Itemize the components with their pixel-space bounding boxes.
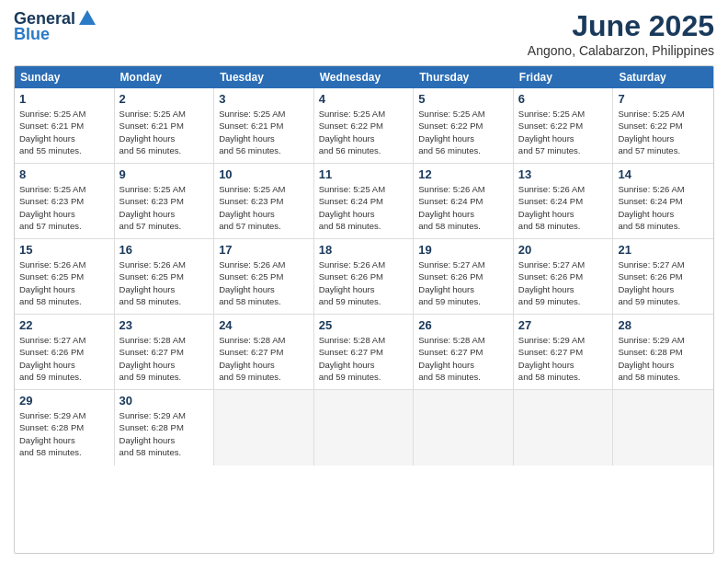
calendar-header: Sunday Monday Tuesday Wednesday Thursday… bbox=[15, 66, 713, 88]
day-10: 10Sunrise: 5:25 AMSunset: 6:23 PMDayligh… bbox=[214, 164, 314, 238]
day-number: 30 bbox=[119, 394, 210, 408]
empty-cell bbox=[214, 390, 314, 465]
header-wednesday: Wednesday bbox=[314, 66, 415, 88]
logo-icon bbox=[77, 8, 97, 29]
week-1: 1Sunrise: 5:25 AMSunset: 6:21 PMDaylight… bbox=[15, 88, 713, 164]
day-info: Sunrise: 5:27 AMSunset: 6:26 PMDaylight … bbox=[618, 259, 709, 307]
day-number: 6 bbox=[518, 92, 609, 106]
day-30: 30Sunrise: 5:29 AMSunset: 6:28 PMDayligh… bbox=[115, 390, 215, 465]
header-sunday: Sunday bbox=[15, 66, 115, 88]
day-info: Sunrise: 5:29 AMSunset: 6:28 PMDaylight … bbox=[119, 409, 210, 458]
day-info: Sunrise: 5:29 AMSunset: 6:28 PMDaylight … bbox=[618, 334, 709, 383]
day-number: 16 bbox=[119, 243, 210, 257]
subtitle: Angono, Calabarzon, Philippines bbox=[528, 43, 714, 58]
day-info: Sunrise: 5:25 AMSunset: 6:22 PMDaylight … bbox=[319, 108, 409, 156]
day-number: 22 bbox=[19, 318, 109, 332]
day-number: 8 bbox=[19, 167, 109, 181]
day-9: 9Sunrise: 5:25 AMSunset: 6:23 PMDaylight… bbox=[115, 164, 215, 238]
day-info: Sunrise: 5:25 AMSunset: 6:21 PMDaylight … bbox=[219, 108, 309, 156]
day-info: Sunrise: 5:25 AMSunset: 6:22 PMDaylight … bbox=[418, 108, 508, 156]
day-info: Sunrise: 5:26 AMSunset: 6:24 PMDaylight … bbox=[518, 183, 609, 232]
empty-cell bbox=[314, 390, 415, 465]
day-12: 12Sunrise: 5:26 AMSunset: 6:24 PMDayligh… bbox=[414, 164, 514, 238]
day-16: 16Sunrise: 5:26 AMSunset: 6:25 PMDayligh… bbox=[115, 239, 215, 314]
week-4: 22Sunrise: 5:27 AMSunset: 6:26 PMDayligh… bbox=[15, 315, 713, 390]
day-number: 15 bbox=[19, 243, 109, 257]
day-1: 1Sunrise: 5:25 AMSunset: 6:21 PMDaylight… bbox=[15, 88, 115, 163]
week-2: 8Sunrise: 5:25 AMSunset: 6:23 PMDaylight… bbox=[15, 164, 713, 239]
day-22: 22Sunrise: 5:27 AMSunset: 6:26 PMDayligh… bbox=[15, 315, 115, 389]
day-number: 10 bbox=[219, 167, 309, 181]
header-friday: Friday bbox=[514, 66, 614, 88]
day-info: Sunrise: 5:27 AMSunset: 6:26 PMDaylight … bbox=[518, 259, 609, 307]
page: General Blue June 2025 Angono, Calabarzo… bbox=[0, 0, 728, 563]
calendar-body: 1Sunrise: 5:25 AMSunset: 6:21 PMDaylight… bbox=[15, 88, 713, 465]
day-number: 29 bbox=[19, 394, 109, 408]
day-number: 3 bbox=[219, 92, 309, 106]
day-info: Sunrise: 5:25 AMSunset: 6:23 PMDaylight … bbox=[219, 183, 309, 232]
day-info: Sunrise: 5:25 AMSunset: 6:21 PMDaylight … bbox=[19, 108, 109, 156]
logo: General Blue bbox=[14, 9, 97, 44]
day-number: 18 bbox=[319, 243, 409, 257]
day-number: 20 bbox=[518, 243, 609, 257]
empty-cell bbox=[414, 390, 514, 465]
day-number: 1 bbox=[19, 92, 109, 106]
header-monday: Monday bbox=[115, 66, 215, 88]
day-info: Sunrise: 5:25 AMSunset: 6:24 PMDaylight … bbox=[319, 183, 409, 232]
day-24: 24Sunrise: 5:28 AMSunset: 6:27 PMDayligh… bbox=[214, 315, 314, 389]
day-25: 25Sunrise: 5:28 AMSunset: 6:27 PMDayligh… bbox=[314, 315, 415, 389]
week-5: 29Sunrise: 5:29 AMSunset: 6:28 PMDayligh… bbox=[15, 390, 713, 465]
day-7: 7Sunrise: 5:25 AMSunset: 6:22 PMDaylight… bbox=[613, 88, 713, 163]
day-info: Sunrise: 5:29 AMSunset: 6:28 PMDaylight … bbox=[19, 409, 109, 458]
day-info: Sunrise: 5:28 AMSunset: 6:27 PMDaylight … bbox=[418, 334, 508, 383]
day-4: 4Sunrise: 5:25 AMSunset: 6:22 PMDaylight… bbox=[314, 88, 415, 163]
day-23: 23Sunrise: 5:28 AMSunset: 6:27 PMDayligh… bbox=[115, 315, 215, 389]
day-21: 21Sunrise: 5:27 AMSunset: 6:26 PMDayligh… bbox=[613, 239, 713, 314]
header-tuesday: Tuesday bbox=[214, 66, 314, 88]
day-info: Sunrise: 5:25 AMSunset: 6:23 PMDaylight … bbox=[19, 183, 109, 232]
week-3: 15Sunrise: 5:26 AMSunset: 6:25 PMDayligh… bbox=[15, 239, 713, 315]
day-number: 28 bbox=[618, 318, 709, 332]
title-section: June 2025 Angono, Calabarzon, Philippine… bbox=[528, 9, 714, 58]
day-number: 12 bbox=[418, 167, 508, 181]
day-5: 5Sunrise: 5:25 AMSunset: 6:22 PMDaylight… bbox=[414, 88, 514, 163]
day-info: Sunrise: 5:25 AMSunset: 6:22 PMDaylight … bbox=[618, 108, 709, 156]
day-20: 20Sunrise: 5:27 AMSunset: 6:26 PMDayligh… bbox=[514, 239, 614, 314]
day-info: Sunrise: 5:25 AMSunset: 6:21 PMDaylight … bbox=[119, 108, 210, 156]
day-19: 19Sunrise: 5:27 AMSunset: 6:26 PMDayligh… bbox=[414, 239, 514, 314]
day-info: Sunrise: 5:28 AMSunset: 6:27 PMDaylight … bbox=[119, 334, 210, 383]
day-6: 6Sunrise: 5:25 AMSunset: 6:22 PMDaylight… bbox=[514, 88, 614, 163]
day-26: 26Sunrise: 5:28 AMSunset: 6:27 PMDayligh… bbox=[414, 315, 514, 389]
empty-cell bbox=[514, 390, 614, 465]
logo-blue-text: Blue bbox=[14, 25, 50, 44]
day-8: 8Sunrise: 5:25 AMSunset: 6:23 PMDaylight… bbox=[15, 164, 115, 238]
day-info: Sunrise: 5:25 AMSunset: 6:22 PMDaylight … bbox=[518, 108, 609, 156]
day-number: 26 bbox=[418, 318, 508, 332]
day-number: 17 bbox=[219, 243, 309, 257]
day-28: 28Sunrise: 5:29 AMSunset: 6:28 PMDayligh… bbox=[613, 315, 713, 389]
day-number: 14 bbox=[618, 167, 709, 181]
header: General Blue June 2025 Angono, Calabarzo… bbox=[14, 9, 714, 58]
day-number: 23 bbox=[119, 318, 210, 332]
day-info: Sunrise: 5:27 AMSunset: 6:26 PMDaylight … bbox=[418, 259, 508, 307]
day-number: 7 bbox=[618, 92, 709, 106]
empty-cell bbox=[613, 390, 713, 465]
day-17: 17Sunrise: 5:26 AMSunset: 6:25 PMDayligh… bbox=[214, 239, 314, 314]
day-info: Sunrise: 5:26 AMSunset: 6:24 PMDaylight … bbox=[618, 183, 709, 232]
day-13: 13Sunrise: 5:26 AMSunset: 6:24 PMDayligh… bbox=[514, 164, 614, 238]
day-number: 2 bbox=[119, 92, 210, 106]
day-number: 21 bbox=[618, 243, 709, 257]
day-info: Sunrise: 5:26 AMSunset: 6:25 PMDaylight … bbox=[219, 259, 309, 307]
svg-marker-0 bbox=[79, 10, 96, 25]
day-number: 4 bbox=[319, 92, 409, 106]
main-title: June 2025 bbox=[528, 9, 714, 43]
day-info: Sunrise: 5:25 AMSunset: 6:23 PMDaylight … bbox=[119, 183, 210, 232]
header-saturday: Saturday bbox=[613, 66, 713, 88]
header-thursday: Thursday bbox=[414, 66, 514, 88]
day-15: 15Sunrise: 5:26 AMSunset: 6:25 PMDayligh… bbox=[15, 239, 115, 314]
day-number: 5 bbox=[418, 92, 508, 106]
day-number: 19 bbox=[418, 243, 508, 257]
day-info: Sunrise: 5:28 AMSunset: 6:27 PMDaylight … bbox=[219, 334, 309, 383]
day-29: 29Sunrise: 5:29 AMSunset: 6:28 PMDayligh… bbox=[15, 390, 115, 465]
day-27: 27Sunrise: 5:29 AMSunset: 6:27 PMDayligh… bbox=[514, 315, 614, 389]
